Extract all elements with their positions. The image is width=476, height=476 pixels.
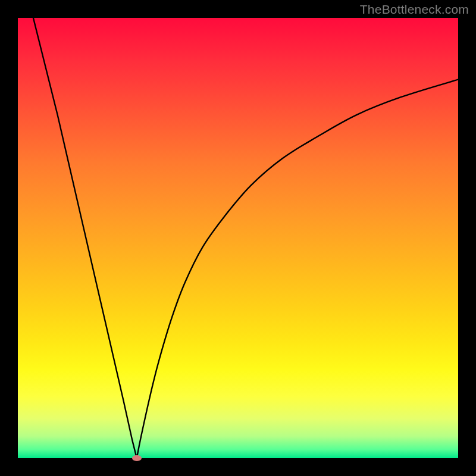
chart-frame: TheBottleneck.com (0, 0, 476, 476)
bottleneck-curve (18, 18, 458, 458)
minimum-marker (132, 455, 142, 461)
watermark-text: TheBottleneck.com (360, 2, 469, 17)
curve-path (33, 18, 458, 458)
plot-area (18, 18, 458, 458)
